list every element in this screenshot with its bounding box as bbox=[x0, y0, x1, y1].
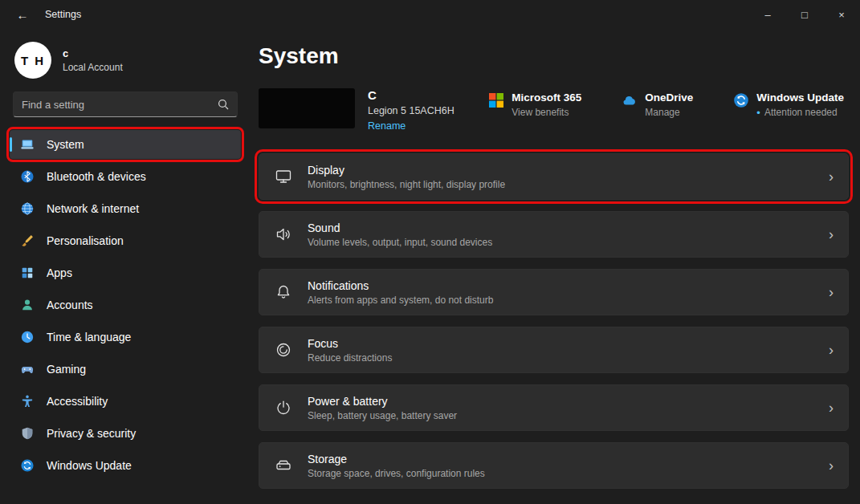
person-icon bbox=[19, 297, 35, 313]
settings-window: ← Settings – □ × T H c Local Account bbox=[0, 0, 860, 504]
sidebar-item-label: Network & internet bbox=[47, 202, 139, 215]
sidebar-item-windows-update[interactable]: Windows Update bbox=[10, 451, 241, 480]
focus-icon bbox=[274, 341, 293, 359]
device-image bbox=[259, 88, 355, 128]
chevron-right-icon: › bbox=[829, 458, 834, 473]
settings-row-notifications[interactable]: Notifications Alerts from apps and syste… bbox=[259, 269, 849, 315]
chevron-right-icon: › bbox=[829, 227, 834, 242]
chevron-right-icon: › bbox=[829, 169, 834, 184]
sound-icon bbox=[274, 226, 293, 243]
quick-action-microsoft-365[interactable]: Microsoft 365 View benefits bbox=[488, 91, 581, 118]
sidebar-item-label: Time & language bbox=[47, 331, 131, 343]
quick-action-title: Microsoft 365 bbox=[512, 91, 581, 104]
sidebar-item-label: Bluetooth & devices bbox=[47, 170, 146, 183]
row-subtitle: Sleep, battery usage, battery saver bbox=[308, 410, 457, 421]
clock-icon bbox=[19, 329, 35, 345]
sidebar-item-system[interactable]: System bbox=[10, 130, 241, 159]
settings-row-focus[interactable]: Focus Reduce distractions › bbox=[259, 327, 849, 373]
row-title: Notifications bbox=[308, 279, 493, 292]
page-title: System bbox=[259, 43, 849, 69]
quick-action-subtitle[interactable]: Manage bbox=[645, 107, 679, 118]
sidebar: T H c Local Account System bbox=[0, 29, 251, 504]
sidebar-item-gaming[interactable]: Gaming bbox=[10, 355, 241, 384]
close-button[interactable]: × bbox=[823, 0, 860, 29]
row-subtitle: Storage space, drives, configuration rul… bbox=[308, 468, 485, 479]
device-name: C bbox=[368, 88, 454, 102]
row-title: Focus bbox=[308, 337, 392, 350]
row-subtitle: Reduce distractions bbox=[308, 352, 392, 364]
search-box[interactable] bbox=[13, 91, 238, 117]
settings-row-display[interactable]: Display Monitors, brightness, night ligh… bbox=[259, 153, 849, 200]
user-name: c bbox=[63, 47, 123, 59]
sidebar-item-bluetooth-devices[interactable]: Bluetooth & devices bbox=[10, 162, 241, 191]
display-icon bbox=[274, 168, 293, 185]
sidebar-item-label: Accessibility bbox=[47, 395, 108, 408]
sidebar-item-label: Privacy & security bbox=[47, 427, 136, 440]
window-title: Settings bbox=[45, 9, 81, 20]
apps-grid-icon bbox=[19, 265, 35, 281]
chevron-right-icon: › bbox=[829, 285, 834, 299]
main-panel: System C Legion 5 15ACH6H Rename Microso… bbox=[251, 29, 860, 504]
maximize-button[interactable]: □ bbox=[786, 0, 823, 29]
row-title: Sound bbox=[308, 222, 492, 234]
sidebar-item-apps[interactable]: Apps bbox=[10, 258, 241, 287]
quick-actions: Microsoft 365 View benefits OneDrive Man… bbox=[488, 88, 849, 118]
status-dot: • bbox=[756, 108, 760, 118]
settings-row-storage[interactable]: Storage Storage space, drives, configura… bbox=[259, 442, 849, 489]
row-subtitle: Alerts from apps and system, do not dist… bbox=[308, 295, 493, 306]
row-title: Display bbox=[308, 164, 505, 177]
titlebar: ← Settings – □ × bbox=[0, 0, 860, 29]
sidebar-item-network-internet[interactable]: Network & internet bbox=[10, 194, 241, 223]
row-subtitle: Monitors, brightness, night light, displ… bbox=[308, 179, 505, 190]
row-subtitle: Volume levels, output, input, sound devi… bbox=[308, 237, 492, 248]
chevron-right-icon: › bbox=[829, 343, 834, 357]
settings-row-power-battery[interactable]: Power & battery Sleep, battery usage, ba… bbox=[259, 384, 849, 431]
sidebar-item-label: System bbox=[47, 138, 84, 151]
quick-action-windows-update[interactable]: Windows Update • Attention needed bbox=[733, 91, 844, 118]
sidebar-item-accounts[interactable]: Accounts bbox=[10, 291, 241, 319]
sidebar-item-time-language[interactable]: Time & language bbox=[10, 323, 241, 352]
row-title: Storage bbox=[308, 453, 485, 465]
bluetooth-icon bbox=[19, 169, 35, 185]
quick-action-title: OneDrive bbox=[645, 91, 693, 104]
sidebar-item-label: Apps bbox=[47, 266, 72, 279]
sidebar-item-label: Personalisation bbox=[47, 234, 124, 247]
window-controls: – □ × bbox=[749, 0, 860, 29]
quick-action-subtitle[interactable]: View benefits bbox=[512, 107, 569, 118]
sidebar-item-label: Gaming bbox=[47, 363, 86, 376]
settings-list: Display Monitors, brightness, night ligh… bbox=[259, 153, 849, 489]
sidebar-item-label: Accounts bbox=[47, 299, 93, 311]
power-icon bbox=[274, 399, 293, 417]
windows-update-icon bbox=[733, 92, 749, 108]
sidebar-item-personalisation[interactable]: Personalisation bbox=[10, 226, 241, 255]
rename-link[interactable]: Rename bbox=[368, 120, 406, 132]
onedrive-icon bbox=[622, 92, 638, 108]
system-icon bbox=[19, 136, 35, 152]
user-account-block[interactable]: T H c Local Account bbox=[10, 34, 241, 90]
search-input[interactable] bbox=[22, 99, 218, 111]
accessibility-person-icon bbox=[19, 393, 35, 409]
quick-action-subtitle: Attention needed bbox=[764, 107, 838, 118]
sidebar-item-privacy-security[interactable]: Privacy & security bbox=[10, 419, 241, 448]
quick-action-onedrive[interactable]: OneDrive Manage bbox=[622, 91, 693, 118]
sidebar-nav: System Bluetooth & devices Network & int… bbox=[10, 130, 241, 480]
row-title: Power & battery bbox=[308, 395, 457, 408]
account-type-label: Local Account bbox=[63, 62, 123, 73]
sidebar-item-label: Windows Update bbox=[47, 459, 132, 472]
device-header: C Legion 5 15ACH6H Rename Microsoft 365 … bbox=[259, 88, 849, 132]
shield-icon bbox=[19, 425, 35, 441]
quick-action-title: Windows Update bbox=[756, 91, 844, 104]
avatar: T H bbox=[14, 42, 51, 79]
paintbrush-icon bbox=[19, 233, 35, 249]
settings-row-sound[interactable]: Sound Volume levels, output, input, soun… bbox=[259, 211, 849, 258]
bell-icon bbox=[274, 283, 293, 301]
windows-update-icon bbox=[19, 457, 35, 474]
back-button[interactable]: ← bbox=[11, 5, 34, 24]
minimize-button[interactable]: – bbox=[749, 0, 786, 29]
sidebar-item-accessibility[interactable]: Accessibility bbox=[10, 387, 241, 416]
microsoft-365-icon bbox=[488, 92, 504, 108]
storage-drive-icon bbox=[274, 457, 293, 474]
game-controller-icon bbox=[19, 361, 35, 377]
chevron-right-icon: › bbox=[829, 400, 834, 415]
search-icon bbox=[218, 99, 229, 110]
